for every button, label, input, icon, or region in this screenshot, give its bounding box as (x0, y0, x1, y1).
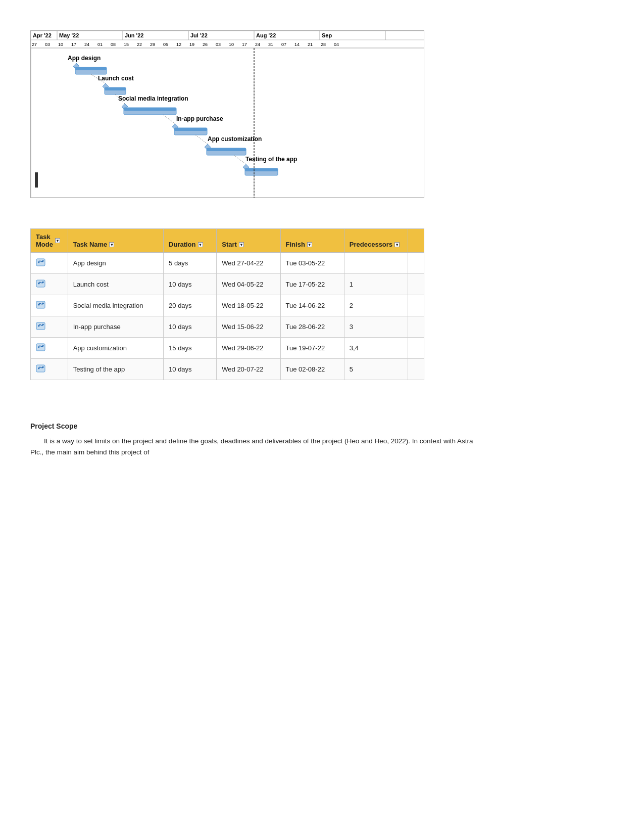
svg-rect-0 (31, 31, 424, 40)
svg-rect-93 (207, 148, 246, 151)
task-mode-icon (36, 300, 46, 309)
start-cell: Wed 29-06-22 (217, 338, 280, 359)
task-mode-label: TaskMode (36, 233, 53, 248)
finish-cell: Tue 03-05-22 (280, 253, 344, 274)
svg-text:Apr '22: Apr '22 (33, 32, 52, 38)
table-row: In-app purchase10 daysWed 15-06-22Tue 28… (31, 316, 424, 338)
svg-rect-101 (36, 259, 45, 266)
svg-text:Jun '22: Jun '22 (125, 32, 143, 38)
svg-text:App design: App design (68, 55, 101, 62)
predecessors-label: Predecessors (350, 241, 392, 248)
task-mode-cell (31, 274, 68, 295)
predecessors-cell (344, 253, 408, 274)
svg-rect-73 (75, 67, 107, 70)
start-cell: Wed 27-04-22 (217, 253, 280, 274)
gantt-svg: Apr '22 May '22 Jun '22 Jul '22 Aug '22 … (31, 31, 424, 198)
svg-text:03: 03 (216, 42, 221, 47)
gantt-section: Apr '22 May '22 Jun '22 Jul '22 Aug '22 … (30, 30, 424, 198)
finish-dropdown-icon[interactable]: ▼ (307, 242, 312, 247)
svg-text:05: 05 (163, 42, 168, 47)
task-mode-cell (31, 338, 68, 359)
svg-rect-104 (36, 280, 45, 287)
svg-rect-113 (36, 344, 45, 351)
task-name-cell: App design (68, 253, 163, 274)
extra-cell (408, 359, 424, 380)
start-cell: Wed 20-07-22 (217, 359, 280, 380)
svg-text:App customization: App customization (208, 135, 262, 143)
predecessors-dropdown-icon[interactable]: ▼ (394, 242, 400, 247)
start-dropdown-icon[interactable]: ▼ (239, 242, 244, 247)
task-name-cell: Launch cost (68, 274, 163, 295)
task-name-label: Task Name (73, 241, 108, 248)
table-row: Launch cost10 daysWed 04-05-22Tue 17-05-… (31, 274, 424, 295)
svg-rect-83 (124, 108, 176, 111)
col-header-task-name[interactable]: Task Name ▼ (68, 229, 163, 253)
svg-text:In-app purchase: In-app purchase (176, 115, 223, 122)
duration-cell: 10 days (164, 359, 217, 380)
project-scope-section: Project Scope It is a way to set limits … (30, 421, 485, 458)
col-header-predecessors[interactable]: Predecessors ▼ (344, 229, 408, 253)
predecessors-cell: 1 (344, 274, 408, 295)
svg-text:Aug '22: Aug '22 (256, 32, 276, 38)
task-name-cell: In-app purchase (68, 316, 163, 338)
col-header-duration[interactable]: Duration ▼ (164, 229, 217, 253)
start-cell: Wed 15-06-22 (217, 316, 280, 338)
svg-text:08: 08 (111, 42, 116, 47)
svg-text:28: 28 (321, 42, 326, 47)
table-row: App customization15 daysWed 29-06-22Tue … (31, 338, 424, 359)
svg-text:31: 31 (268, 42, 273, 47)
task-mode-cell (31, 316, 68, 338)
svg-text:29: 29 (150, 42, 155, 47)
extra-cell (408, 338, 424, 359)
predecessors-cell: 2 (344, 295, 408, 316)
svg-text:12: 12 (176, 42, 181, 47)
duration-cell: 5 days (164, 253, 217, 274)
svg-text:May '22: May '22 (59, 32, 79, 38)
col-header-finish[interactable]: Finish ▼ (280, 229, 344, 253)
task-mode-cell (31, 359, 68, 380)
task-mode-icon (36, 321, 46, 331)
col-header-task-mode[interactable]: TaskMode ▼ (31, 229, 68, 253)
svg-rect-88 (174, 128, 207, 131)
finish-cell: Tue 02-08-22 (280, 359, 344, 380)
svg-text:19: 19 (189, 42, 194, 47)
svg-text:Testing of the app: Testing of the app (245, 156, 297, 163)
duration-dropdown-icon[interactable]: ▼ (198, 242, 203, 247)
predecessors-cell: 5 (344, 359, 408, 380)
svg-text:17: 17 (71, 42, 76, 47)
task-mode-cell (31, 253, 68, 274)
svg-rect-98 (245, 168, 278, 171)
extra-cell (408, 295, 424, 316)
col-header-start[interactable]: Start ▼ (217, 229, 280, 253)
task-mode-icon (36, 343, 46, 352)
table-row: Social media integration20 daysWed 18-05… (31, 295, 424, 316)
svg-text:21: 21 (308, 42, 313, 47)
svg-text:10: 10 (58, 42, 63, 47)
duration-cell: 15 days (164, 338, 217, 359)
svg-text:22: 22 (137, 42, 142, 47)
svg-rect-110 (36, 322, 45, 330)
svg-rect-13 (31, 40, 424, 48)
task-name-dropdown-icon[interactable]: ▼ (109, 242, 114, 247)
task-name-cell: Testing of the app (68, 359, 163, 380)
extra-cell (408, 316, 424, 338)
task-mode-cell (31, 295, 68, 316)
extra-cell (408, 253, 424, 274)
start-label: Start (222, 241, 237, 248)
predecessors-cell: 3,4 (344, 338, 408, 359)
table-section: TaskMode ▼ Task Name ▼ Duration ▼ (30, 228, 424, 380)
task-name-cell: App customization (68, 338, 163, 359)
task-table: TaskMode ▼ Task Name ▼ Duration ▼ (30, 228, 424, 380)
svg-text:24: 24 (255, 42, 260, 47)
task-mode-icon (36, 258, 46, 267)
extra-cell (408, 274, 424, 295)
svg-text:Sep: Sep (322, 32, 332, 38)
svg-text:Jul '22: Jul '22 (190, 32, 208, 38)
task-name-cell: Social media integration (68, 295, 163, 316)
table-row: App design5 daysWed 27-04-22Tue 03-05-22 (31, 253, 424, 274)
task-mode-dropdown-icon[interactable]: ▼ (55, 238, 60, 243)
start-cell: Wed 18-05-22 (217, 295, 280, 316)
finish-label: Finish (286, 241, 305, 248)
svg-text:Social media integration: Social media integration (118, 95, 188, 102)
duration-cell: 10 days (164, 274, 217, 295)
